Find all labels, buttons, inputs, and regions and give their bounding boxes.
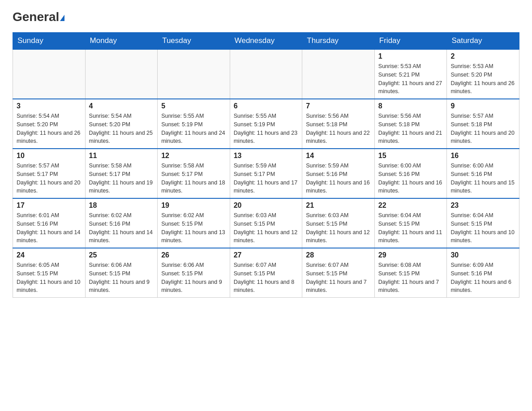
calendar-header-sunday: Sunday <box>13 33 86 50</box>
day-number: 8 <box>378 102 443 110</box>
day-number: 12 <box>161 152 226 160</box>
calendar-cell: 22Sunrise: 6:04 AMSunset: 5:15 PMDayligh… <box>374 198 447 248</box>
day-info: Sunrise: 6:04 AMSunset: 5:15 PMDaylight:… <box>378 211 443 245</box>
calendar-cell <box>302 49 375 99</box>
day-info: Sunrise: 5:55 AMSunset: 5:19 PMDaylight:… <box>234 112 299 146</box>
day-info: Sunrise: 6:02 AMSunset: 5:16 PMDaylight:… <box>89 211 154 245</box>
calendar-header-thursday: Thursday <box>302 33 375 50</box>
day-number: 11 <box>89 152 154 160</box>
calendar-cell: 12Sunrise: 5:58 AMSunset: 5:17 PMDayligh… <box>158 149 230 198</box>
day-number: 25 <box>89 251 154 259</box>
day-number: 1 <box>378 52 443 60</box>
day-number: 28 <box>306 251 371 259</box>
calendar-cell <box>158 49 230 99</box>
day-info: Sunrise: 5:53 AMSunset: 5:21 PMDaylight:… <box>378 62 443 96</box>
day-number: 14 <box>306 152 371 160</box>
day-info: Sunrise: 5:56 AMSunset: 5:18 PMDaylight:… <box>378 112 443 146</box>
calendar-cell: 1Sunrise: 5:53 AMSunset: 5:21 PMDaylight… <box>374 49 447 99</box>
day-info: Sunrise: 6:00 AMSunset: 5:16 PMDaylight:… <box>450 162 515 195</box>
day-info: Sunrise: 6:04 AMSunset: 5:15 PMDaylight:… <box>450 211 515 245</box>
calendar-cell: 29Sunrise: 6:08 AMSunset: 5:15 PMDayligh… <box>374 248 447 298</box>
calendar-cell: 26Sunrise: 6:06 AMSunset: 5:15 PMDayligh… <box>158 248 230 298</box>
calendar-cell: 21Sunrise: 6:03 AMSunset: 5:15 PMDayligh… <box>302 198 375 248</box>
logo-general: General <box>13 11 64 23</box>
calendar-cell <box>13 49 86 99</box>
calendar-cell: 10Sunrise: 5:57 AMSunset: 5:17 PMDayligh… <box>13 149 86 198</box>
day-info: Sunrise: 5:53 AMSunset: 5:20 PMDaylight:… <box>450 62 515 96</box>
calendar-cell: 11Sunrise: 5:58 AMSunset: 5:17 PMDayligh… <box>85 149 158 198</box>
day-info: Sunrise: 6:02 AMSunset: 5:15 PMDaylight:… <box>161 211 226 245</box>
day-info: Sunrise: 6:05 AMSunset: 5:15 PMDaylight:… <box>17 261 82 295</box>
day-number: 5 <box>161 102 226 110</box>
day-number: 15 <box>378 152 443 160</box>
calendar-cell <box>230 49 302 99</box>
calendar-cell: 7Sunrise: 5:56 AMSunset: 5:18 PMDaylight… <box>302 99 375 149</box>
day-number: 3 <box>17 102 82 110</box>
calendar-header-wednesday: Wednesday <box>230 33 302 50</box>
day-number: 27 <box>234 251 299 259</box>
calendar-cell: 23Sunrise: 6:04 AMSunset: 5:15 PMDayligh… <box>447 198 519 248</box>
day-number: 29 <box>378 251 443 259</box>
week-row-4: 17Sunrise: 6:01 AMSunset: 5:16 PMDayligh… <box>13 198 519 248</box>
day-number: 16 <box>450 152 515 160</box>
logo-triangle-icon <box>60 15 64 21</box>
day-number: 17 <box>17 201 82 210</box>
calendar-cell: 13Sunrise: 5:59 AMSunset: 5:17 PMDayligh… <box>230 149 302 198</box>
day-info: Sunrise: 5:55 AMSunset: 5:19 PMDaylight:… <box>161 112 226 146</box>
calendar-header-saturday: Saturday <box>447 33 519 50</box>
calendar-cell: 25Sunrise: 6:06 AMSunset: 5:15 PMDayligh… <box>85 248 158 298</box>
calendar-cell: 24Sunrise: 6:05 AMSunset: 5:15 PMDayligh… <box>13 248 86 298</box>
calendar-cell: 27Sunrise: 6:07 AMSunset: 5:15 PMDayligh… <box>230 248 302 298</box>
calendar-cell: 16Sunrise: 6:00 AMSunset: 5:16 PMDayligh… <box>447 149 519 198</box>
calendar-cell: 14Sunrise: 5:59 AMSunset: 5:16 PMDayligh… <box>302 149 375 198</box>
day-info: Sunrise: 6:00 AMSunset: 5:16 PMDaylight:… <box>378 162 443 195</box>
calendar-header-monday: Monday <box>85 33 158 50</box>
day-info: Sunrise: 5:57 AMSunset: 5:17 PMDaylight:… <box>17 162 82 195</box>
day-number: 6 <box>234 102 299 110</box>
calendar-cell: 20Sunrise: 6:03 AMSunset: 5:15 PMDayligh… <box>230 198 302 248</box>
day-info: Sunrise: 6:03 AMSunset: 5:15 PMDaylight:… <box>306 211 371 245</box>
week-row-1: 1Sunrise: 5:53 AMSunset: 5:21 PMDaylight… <box>13 49 519 99</box>
calendar-cell: 19Sunrise: 6:02 AMSunset: 5:15 PMDayligh… <box>158 198 230 248</box>
day-number: 10 <box>17 152 82 160</box>
day-number: 9 <box>450 102 515 110</box>
calendar-table: SundayMondayTuesdayWednesdayThursdayFrid… <box>13 32 519 298</box>
day-number: 23 <box>450 201 515 210</box>
calendar-cell: 17Sunrise: 6:01 AMSunset: 5:16 PMDayligh… <box>13 198 86 248</box>
day-number: 30 <box>450 251 515 259</box>
calendar-header-row: SundayMondayTuesdayWednesdayThursdayFrid… <box>13 33 519 50</box>
page-header: General <box>13 11 519 24</box>
day-number: 18 <box>89 201 154 210</box>
calendar-cell: 30Sunrise: 6:09 AMSunset: 5:16 PMDayligh… <box>447 248 519 298</box>
day-info: Sunrise: 5:54 AMSunset: 5:20 PMDaylight:… <box>89 112 154 146</box>
calendar-cell: 4Sunrise: 5:54 AMSunset: 5:20 PMDaylight… <box>85 99 158 149</box>
calendar-cell: 15Sunrise: 6:00 AMSunset: 5:16 PMDayligh… <box>374 149 447 198</box>
logo: General <box>13 11 64 24</box>
day-info: Sunrise: 6:06 AMSunset: 5:15 PMDaylight:… <box>161 261 226 295</box>
day-info: Sunrise: 6:07 AMSunset: 5:15 PMDaylight:… <box>234 261 299 295</box>
calendar-cell: 3Sunrise: 5:54 AMSunset: 5:20 PMDaylight… <box>13 99 86 149</box>
week-row-3: 10Sunrise: 5:57 AMSunset: 5:17 PMDayligh… <box>13 149 519 198</box>
calendar-header-tuesday: Tuesday <box>158 33 230 50</box>
day-number: 2 <box>450 52 515 60</box>
calendar-cell <box>85 49 158 99</box>
calendar-cell: 2Sunrise: 5:53 AMSunset: 5:20 PMDaylight… <box>447 49 519 99</box>
week-row-2: 3Sunrise: 5:54 AMSunset: 5:20 PMDaylight… <box>13 99 519 149</box>
day-info: Sunrise: 6:08 AMSunset: 5:15 PMDaylight:… <box>378 261 443 295</box>
day-info: Sunrise: 6:01 AMSunset: 5:16 PMDaylight:… <box>17 211 82 245</box>
day-number: 24 <box>17 251 82 259</box>
day-number: 7 <box>306 102 371 110</box>
day-number: 22 <box>378 201 443 210</box>
calendar-cell: 18Sunrise: 6:02 AMSunset: 5:16 PMDayligh… <box>85 198 158 248</box>
day-number: 20 <box>234 201 299 210</box>
calendar-cell: 28Sunrise: 6:07 AMSunset: 5:15 PMDayligh… <box>302 248 375 298</box>
calendar-header-friday: Friday <box>374 33 447 50</box>
day-info: Sunrise: 6:07 AMSunset: 5:15 PMDaylight:… <box>306 261 371 295</box>
week-row-5: 24Sunrise: 6:05 AMSunset: 5:15 PMDayligh… <box>13 248 519 298</box>
day-info: Sunrise: 6:06 AMSunset: 5:15 PMDaylight:… <box>89 261 154 295</box>
day-number: 21 <box>306 201 371 210</box>
day-number: 4 <box>89 102 154 110</box>
day-info: Sunrise: 5:59 AMSunset: 5:16 PMDaylight:… <box>306 162 371 195</box>
day-info: Sunrise: 5:56 AMSunset: 5:18 PMDaylight:… <box>306 112 371 146</box>
day-info: Sunrise: 6:09 AMSunset: 5:16 PMDaylight:… <box>450 261 515 295</box>
